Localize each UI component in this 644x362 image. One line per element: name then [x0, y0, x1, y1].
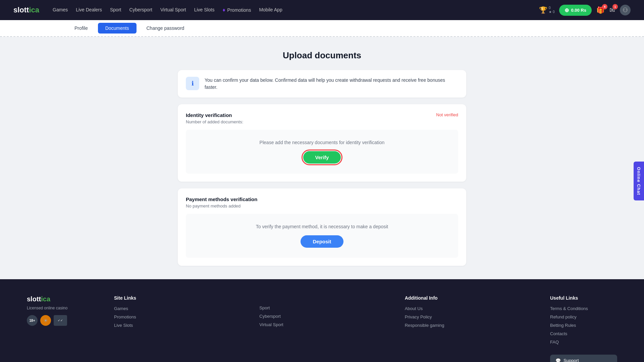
identity-card-header: Identity verification Number of added do…	[186, 112, 458, 124]
header: slottica Games Live Dealers Sport Cybers…	[0, 0, 644, 20]
nav-promotions[interactable]: ♦ Promotions	[222, 7, 251, 13]
payment-verification-card: Payment methods verification No payment …	[178, 188, 466, 266]
user-avatar[interactable]: ⚇	[620, 5, 631, 15]
logo-part1: slott	[13, 6, 29, 14]
not-verified-badge: Not verified	[436, 112, 458, 117]
identity-card-inner: Please add the necessary documents for i…	[186, 130, 458, 174]
logo[interactable]: slottica	[13, 6, 39, 14]
logo-part2: ica	[29, 6, 39, 14]
site-links-heading: Site Links	[114, 295, 246, 301]
footer-link-cybersport[interactable]: Cybersport	[259, 314, 391, 319]
info-box: ℹ You can confirm your data below. Confi…	[178, 70, 466, 98]
identity-card-title: Identity verification	[186, 112, 243, 118]
main-content: Upload documents ℹ You can confirm your …	[171, 50, 473, 266]
trophy-icon: 🏆	[539, 6, 547, 14]
payment-card-title: Payment methods verification	[186, 196, 257, 202]
header-right: 🏆 0 ★ 0 ⊕ 0.00 Rs 🎁 6 ✉ 1 ⚇	[539, 5, 631, 16]
footer: slottica Licensed online casino 18+ ☀ ✓✓…	[0, 279, 644, 362]
main-nav: Games Live Dealers Sport Cybersport Virt…	[53, 7, 529, 13]
tab-change-password[interactable]: Change password	[139, 23, 192, 34]
footer-site-links: Site Links Games Promotions Live Slots	[114, 295, 246, 362]
footer-link-about[interactable]: About Us	[405, 306, 537, 311]
tab-documents[interactable]: Documents	[98, 23, 137, 34]
footer-link-responsible[interactable]: Responsible gaming	[405, 323, 537, 328]
footer-link-live-slots[interactable]: Live Slots	[114, 323, 246, 328]
footer-link-privacy[interactable]: Privacy Policy	[405, 314, 537, 319]
footer-link-faq[interactable]: FAQ	[550, 340, 617, 345]
deposit-button[interactable]: Deposit	[301, 235, 343, 248]
nav-mobile-app[interactable]: Mobile App	[259, 7, 282, 13]
footer-link-virtual-sport[interactable]: Virtual Sport	[259, 322, 391, 327]
footer-actions: 💬 Support 🇬🇧 EN 🔗 Affiliate program	[550, 355, 617, 362]
footer-top: slottica Licensed online casino 18+ ☀ ✓✓…	[27, 295, 617, 362]
balance-button[interactable]: ⊕ 0.00 Rs	[559, 5, 592, 16]
gift-notification[interactable]: 🎁 6	[596, 6, 605, 14]
footer-logo-part2: ica	[41, 295, 50, 303]
identity-inner-text: Please add the necessary documents for i…	[194, 140, 450, 145]
footer-link-sport[interactable]: Sport	[259, 305, 391, 310]
payment-card-header: Payment methods verification No payment …	[186, 196, 458, 208]
footer-link-promotions[interactable]: Promotions	[114, 314, 246, 319]
cert-badge-2: ✓✓	[54, 315, 67, 326]
gift-badge: 6	[602, 4, 607, 9]
support-button[interactable]: 💬 Support	[550, 355, 617, 362]
cert-badge-1: ☀	[40, 315, 51, 326]
diamond-icon: ♦	[222, 7, 225, 13]
balance-amount: 0.00 Rs	[571, 8, 586, 13]
nav-virtual-sport[interactable]: Virtual Sport	[160, 7, 186, 13]
identity-card-subtitle: Number of added documents:	[186, 119, 243, 124]
age-badge: 18+	[27, 315, 38, 326]
payment-card-inner: To verify the payment method, it is nece…	[186, 214, 458, 258]
footer-link-contacts[interactable]: Contacts	[550, 331, 617, 336]
nav-cybersport[interactable]: Cybersport	[129, 7, 152, 13]
info-text: You can confirm your data below. Confirm…	[205, 77, 458, 91]
identity-card-title-group: Identity verification Number of added do…	[186, 112, 243, 124]
footer-link-terms[interactable]: Terms & Conditions	[550, 306, 617, 311]
identity-verification-card: Identity verification Number of added do…	[178, 104, 466, 182]
footer-right-col: Useful Links Terms & Conditions Refund p…	[550, 295, 617, 362]
trophy-icon-group[interactable]: 🏆 0 ★ 0	[539, 6, 554, 14]
footer-site-links-col2: Sport Cybersport Virtual Sport	[259, 295, 391, 362]
online-chat-tab[interactable]: Online Chat	[634, 162, 644, 200]
footer-link-games[interactable]: Games	[114, 306, 246, 311]
nav-live-dealers[interactable]: Live Dealers	[76, 7, 102, 13]
message-notification[interactable]: ✉ 1	[609, 6, 615, 14]
verify-button[interactable]: Verify	[303, 151, 341, 164]
trophy-count: 0	[549, 6, 554, 10]
footer-logo: slottica	[27, 295, 101, 303]
page-title: Upload documents	[178, 50, 466, 61]
info-icon: ℹ	[186, 77, 199, 90]
star-count: ★ 0	[549, 10, 554, 14]
payment-card-subtitle: No payment methods added	[186, 203, 257, 208]
nav-live-slots[interactable]: Live Slots	[194, 7, 215, 13]
footer-logo-part1: slott	[27, 295, 41, 303]
nav-games[interactable]: Games	[53, 7, 68, 13]
tab-profile[interactable]: Profile	[67, 23, 95, 34]
plus-icon: ⊕	[565, 7, 569, 13]
footer-useful-links: Useful Links Terms & Conditions Refund p…	[550, 295, 617, 348]
footer-link-betting[interactable]: Betting Rules	[550, 323, 617, 328]
footer-link-refund[interactable]: Refund policy	[550, 314, 617, 319]
payment-card-title-group: Payment methods verification No payment …	[186, 196, 257, 208]
tabs-bar: Profile Documents Change password	[0, 20, 644, 37]
footer-brand: slottica Licensed online casino 18+ ☀ ✓✓	[27, 295, 101, 362]
footer-additional-info: Additional Info About Us Privacy Policy …	[405, 295, 537, 362]
payment-inner-text: To verify the payment method, it is nece…	[194, 224, 450, 229]
footer-badges: 18+ ☀ ✓✓	[27, 315, 101, 326]
useful-links-heading: Useful Links	[550, 295, 617, 301]
message-badge: 1	[612, 4, 618, 9]
additional-info-heading: Additional Info	[405, 295, 537, 301]
footer-tagline: Licensed online casino	[27, 306, 101, 310]
nav-sport[interactable]: Sport	[110, 7, 121, 13]
support-icon: 💬	[555, 358, 561, 362]
